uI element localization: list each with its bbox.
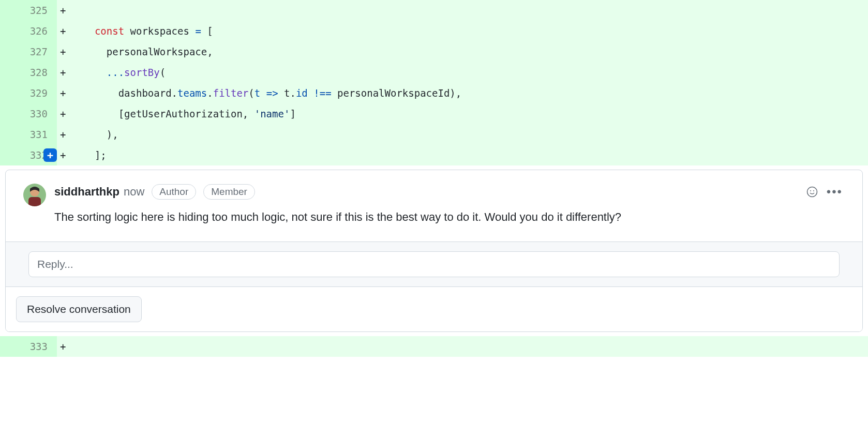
comment-body: siddharthkp now Author Member ••• <box>6 170 862 241</box>
kebab-menu-icon[interactable]: ••• <box>825 187 845 197</box>
comment-author[interactable]: siddharthkp <box>54 185 119 199</box>
resolve-area: Resolve conversation <box>6 286 862 331</box>
line-number-old <box>0 41 12 62</box>
code-content: personalWorkspace, <box>78 41 868 62</box>
line-number-new: 333 <box>12 336 57 357</box>
diff-line[interactable]: 329+ dashboard.teams.filter(t => t.id !=… <box>0 83 868 103</box>
diff-line[interactable]: 325+ <box>0 0 868 21</box>
code-content <box>78 0 868 21</box>
line-number-old <box>0 103 12 124</box>
diff-marker: ++ <box>57 145 78 165</box>
diff-table: 325+326+ const workspaces = [327+ person… <box>0 0 868 357</box>
diff-line[interactable]: 327+ personalWorkspace, <box>0 41 868 62</box>
code-content <box>78 336 868 357</box>
svg-point-3 <box>807 187 817 197</box>
line-number-new: 327 <box>12 41 57 62</box>
diff-line[interactable]: 328+ ...sortBy( <box>0 62 868 83</box>
line-number-old <box>0 336 12 357</box>
resolve-conversation-button[interactable]: Resolve conversation <box>16 296 142 322</box>
line-number-old <box>0 0 12 21</box>
line-number-new: 328 <box>12 62 57 83</box>
badge-member: Member <box>203 184 255 200</box>
svg-rect-2 <box>28 197 41 206</box>
diff-marker: + <box>57 41 78 62</box>
svg-point-5 <box>813 190 814 191</box>
comment-timestamp[interactable]: now <box>124 185 144 199</box>
line-number-old <box>0 62 12 83</box>
avatar[interactable] <box>23 184 46 206</box>
line-number-new: 329 <box>12 83 57 103</box>
code-content: ), <box>78 124 868 145</box>
diff-marker: + <box>57 83 78 103</box>
line-number-old <box>0 124 12 145</box>
svg-point-4 <box>810 190 811 191</box>
diff-line[interactable]: 333+ <box>0 336 868 357</box>
inline-comment-row: siddharthkp now Author Member ••• <box>0 165 868 336</box>
line-number-old <box>0 83 12 103</box>
line-number-old <box>0 21 12 41</box>
diff-marker: + <box>57 336 78 357</box>
code-content: ...sortBy( <box>78 62 868 83</box>
code-content: ]; <box>78 145 868 165</box>
diff-line[interactable]: 332++ ]; <box>0 145 868 165</box>
diff-line[interactable]: 331+ ), <box>0 124 868 145</box>
reply-input[interactable] <box>28 251 840 277</box>
code-content: dashboard.teams.filter(t => t.id !== per… <box>78 83 868 103</box>
line-number-new: 326 <box>12 21 57 41</box>
diff-line[interactable]: 326+ const workspaces = [ <box>0 21 868 41</box>
diff-marker: + <box>57 0 78 21</box>
diff-marker: + <box>57 62 78 83</box>
add-comment-button[interactable]: + <box>43 148 57 162</box>
add-reaction-icon[interactable] <box>804 184 820 200</box>
code-content: [getUserAuthorization, 'name'] <box>78 103 868 124</box>
line-number-new: 330 <box>12 103 57 124</box>
comment-header: siddharthkp now Author Member ••• <box>54 184 845 200</box>
comment-container: siddharthkp now Author Member ••• <box>5 170 863 332</box>
reply-area <box>6 241 862 286</box>
line-number-new: 331 <box>12 124 57 145</box>
comment-text: The sorting logic here is hiding too muc… <box>54 208 845 226</box>
diff-marker: + <box>57 103 78 124</box>
line-number-old <box>0 145 12 165</box>
diff-marker: + <box>57 124 78 145</box>
diff-line[interactable]: 330+ [getUserAuthorization, 'name'] <box>0 103 868 124</box>
badge-author: Author <box>152 184 196 200</box>
code-content: const workspaces = [ <box>78 21 868 41</box>
line-number-new: 325 <box>12 0 57 21</box>
diff-marker: + <box>57 21 78 41</box>
